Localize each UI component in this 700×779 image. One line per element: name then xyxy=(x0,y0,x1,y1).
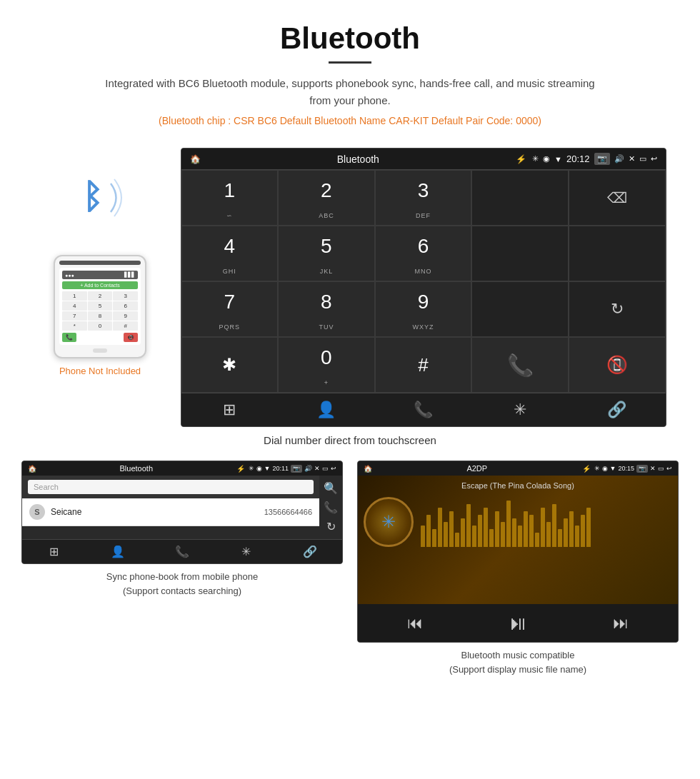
music-usb-icon: ⚡ xyxy=(582,465,591,473)
page-description: Integrated with BC6 Bluetooth module, su… xyxy=(100,75,600,109)
bottom-nav-bar: ⊞ 👤 📞 ✳ 🔗 xyxy=(181,393,666,426)
dial-key-9[interactable]: 9 WXYZ xyxy=(375,281,472,337)
phone-side: ᛒ ●●●▋▋▋ + Add to Contacts 123 456 789 *… xyxy=(34,148,166,376)
dial-key-1[interactable]: 1 ∽ xyxy=(181,170,279,226)
dial-call-btn[interactable]: 📞 xyxy=(471,337,569,393)
music-caption: Bluetooth music compatible (Support disp… xyxy=(449,648,586,676)
topbar-window-icon[interactable]: ▭ xyxy=(639,154,646,164)
pb-bottom-nav: ⊞ 👤 📞 ✳ 🔗 xyxy=(22,539,342,563)
play-pause-btn[interactable]: ⏯ xyxy=(508,611,528,635)
dial-hangup-btn[interactable]: 📵 xyxy=(569,337,666,393)
pb-nav-contacts[interactable]: 👤 xyxy=(86,545,151,558)
phonebook-screen: 🏠 Bluetooth ⚡ ✳◉▼ 20:11 📷 🔊 ✕ ▭ ↩ S xyxy=(21,461,343,564)
topbar-time: 20:12 xyxy=(566,154,590,164)
topbar-close-icon[interactable]: ✕ xyxy=(629,154,635,164)
pb-nav-link[interactable]: 🔗 xyxy=(278,545,342,558)
phone-mockup: ●●●▋▋▋ + Add to Contacts 123 456 789 *0#… xyxy=(54,255,146,358)
pb-nav-apps[interactable]: ⊞ xyxy=(22,545,86,558)
nav-link-icon[interactable]: 🔗 xyxy=(569,401,666,419)
dial-empty-3 xyxy=(471,281,569,337)
nav-phone-icon[interactable]: 📞 xyxy=(375,401,472,419)
music-title: A2DP xyxy=(376,464,579,473)
music-screen: 🏠 A2DP ⚡ ✳◉▼ 20:15 📷 ✕ ▭ ↩ Escape (The P… xyxy=(357,461,679,643)
song-title: Escape (The Pina Colada Song) xyxy=(364,481,672,490)
phone-home-btn xyxy=(93,348,107,353)
right-icons-col: 🔍 📞 ↻ xyxy=(319,476,342,539)
dial-empty-2 xyxy=(569,226,666,281)
svg-text:ᛒ: ᛒ xyxy=(82,178,103,216)
dial-key-6[interactable]: 6 MNO xyxy=(375,226,472,281)
page-header: Bluetooth Integrated with BC6 Bluetooth … xyxy=(0,0,700,148)
dial-key-star[interactable]: ✱ xyxy=(181,337,279,393)
phone-screen: ●●●▋▋▋ + Add to Contacts 123 456 789 *0#… xyxy=(59,268,141,345)
contact-name: Seicane xyxy=(51,507,264,517)
album-art: ✳ xyxy=(364,497,414,547)
phonebook-caption: Sync phone-book from mobile phone (Suppo… xyxy=(106,570,258,598)
bluetooth-specs: (Bluetooth chip : CSR BC6 Default Blueto… xyxy=(14,115,686,126)
topbar-usb-icon: ⚡ xyxy=(516,154,526,164)
music-controls: ⏮ ⏯ ⏭ xyxy=(358,604,678,642)
topbar-status-icons: ✳ ◉ ▼ 20:12 📷 🔊 ✕ ▭ ↩ xyxy=(532,153,656,165)
music-body: ✳ xyxy=(364,497,672,547)
contact-list: S Seicane 13566664466 xyxy=(22,498,319,526)
dial-key-0[interactable]: 0 + xyxy=(278,337,375,393)
topbar-camera-icon[interactable]: 📷 xyxy=(594,153,610,165)
topbar-home-icon[interactable]: 🏠 xyxy=(190,154,201,164)
music-topbar: 🏠 A2DP ⚡ ✳◉▼ 20:15 📷 ✕ ▭ ↩ xyxy=(358,461,678,476)
dial-key-7[interactable]: 7 PQRS xyxy=(181,281,279,337)
music-screen-wrap: 🏠 A2DP ⚡ ✳◉▼ 20:15 📷 ✕ ▭ ↩ Escape (The P… xyxy=(357,461,679,676)
pb-nav-phone[interactable]: 📞 xyxy=(150,545,214,558)
dial-key-4[interactable]: 4 GHI xyxy=(181,226,279,281)
bt-icon-wrapper: ᛒ xyxy=(71,169,129,226)
android-topbar: 🏠 Bluetooth ⚡ ✳ ◉ ▼ 20:12 📷 🔊 ✕ ▭ ↩ xyxy=(181,149,666,169)
dial-display-area xyxy=(471,170,569,226)
prev-btn[interactable]: ⏮ xyxy=(407,614,423,633)
dial-key-3[interactable]: 3 DEF xyxy=(375,170,472,226)
pb-status-icons: ✳◉▼ 20:11 📷 🔊 ✕ ▭ ↩ xyxy=(249,465,336,473)
pb-nav-bt[interactable]: ✳ xyxy=(214,545,279,558)
topbar-title: Bluetooth xyxy=(206,154,511,165)
search-bar-row: Search xyxy=(22,476,319,498)
bottom-screens-area: 🏠 Bluetooth ⚡ ✳◉▼ 20:11 📷 🔊 ✕ ▭ ↩ S xyxy=(0,461,700,676)
nav-bt-icon[interactable]: ✳ xyxy=(471,401,569,419)
phonebook-topbar: 🏠 Bluetooth ⚡ ✳◉▼ 20:11 📷 🔊 ✕ ▭ ↩ xyxy=(22,461,342,476)
search-right-icon[interactable]: 🔍 xyxy=(324,481,338,495)
dial-key-hash[interactable]: # xyxy=(375,337,472,393)
dial-key-5[interactable]: 5 JKL xyxy=(278,226,375,281)
page-title: Bluetooth xyxy=(14,21,686,56)
nav-contacts-icon[interactable]: 👤 xyxy=(278,401,375,419)
equalizer-visual xyxy=(421,497,672,547)
search-input[interactable]: Search xyxy=(28,480,314,494)
dial-reload-btn[interactable]: ↻ xyxy=(569,281,666,337)
phonebook-inner: Search S Seicane 13566664466 🔍 📞 xyxy=(22,476,342,539)
album-bt-icon: ✳ xyxy=(381,512,396,532)
next-btn[interactable]: ⏭ xyxy=(613,614,629,633)
title-underline xyxy=(329,61,371,64)
music-home-icon[interactable]: 🏠 xyxy=(364,465,372,473)
topbar-location-icon: ◉ xyxy=(543,154,550,164)
phone-keypad: 123 456 789 *0# xyxy=(62,291,138,331)
music-content: Escape (The Pina Colada Song) ✳ xyxy=(358,476,678,604)
dial-key-2[interactable]: 2 ABC xyxy=(278,170,375,226)
pb-usb-icon: ⚡ xyxy=(236,465,245,473)
phonebook-main: Search S Seicane 13566664466 xyxy=(22,476,319,539)
phone-not-included-label: Phone Not Included xyxy=(59,366,141,376)
contact-phone: 13566664466 xyxy=(264,508,312,516)
phone-right-icon[interactable]: 📞 xyxy=(324,501,338,514)
topbar-vol-icon[interactable]: 🔊 xyxy=(614,154,624,164)
main-screen-area: ᛒ ●●●▋▋▋ + Add to Contacts 123 456 789 *… xyxy=(0,148,700,427)
phonebook-screen-wrap: 🏠 Bluetooth ⚡ ✳◉▼ 20:11 📷 🔊 ✕ ▭ ↩ S xyxy=(21,461,343,676)
music-status-icons: ✳◉▼ 20:15 📷 ✕ ▭ ↩ xyxy=(594,465,672,473)
pb-title: Bluetooth xyxy=(40,464,233,473)
topbar-bt-icon: ✳ xyxy=(532,154,539,164)
dial-key-8[interactable]: 8 TUV xyxy=(278,281,375,337)
reload-right-icon[interactable]: ↻ xyxy=(326,520,336,533)
nav-apps-icon[interactable]: ⊞ xyxy=(181,401,279,419)
main-caption: Dial number direct from touchscreen xyxy=(0,434,700,446)
topbar-back-icon[interactable]: ↩ xyxy=(651,154,657,164)
dial-empty-1 xyxy=(471,226,569,281)
dial-backspace[interactable]: ⌫ xyxy=(569,170,666,226)
android-dial-screen: 🏠 Bluetooth ⚡ ✳ ◉ ▼ 20:12 📷 🔊 ✕ ▭ ↩ 1 ∽ xyxy=(181,148,666,427)
pb-home-icon[interactable]: 🏠 xyxy=(28,465,36,473)
contact-row-seicane[interactable]: S Seicane 13566664466 xyxy=(22,498,319,526)
